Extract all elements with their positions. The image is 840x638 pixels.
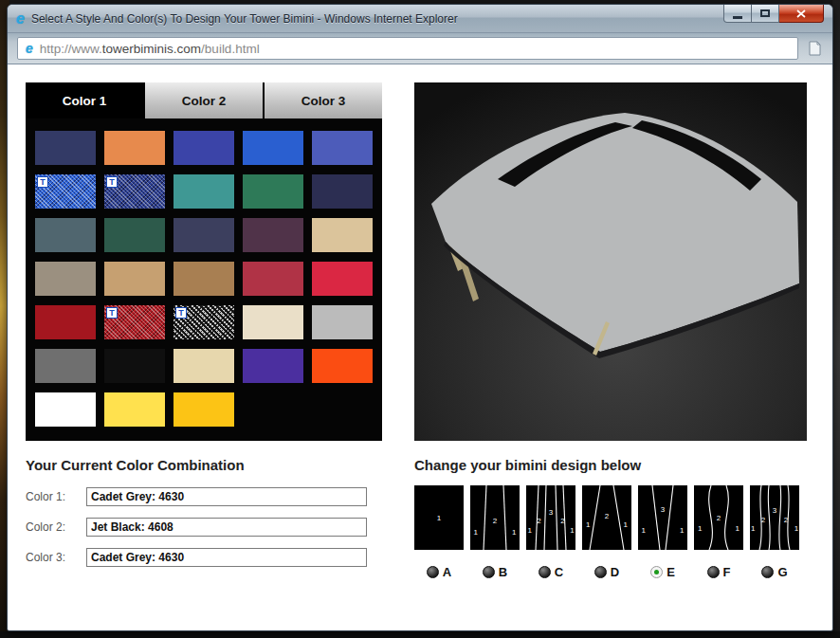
color-swatch[interactable]: T — [104, 305, 165, 339]
tab-color-1[interactable]: Color 1 — [26, 82, 145, 118]
design-number: 1 — [527, 527, 531, 535]
design-thumb-d[interactable]: 121 — [582, 485, 631, 550]
color-swatch[interactable] — [173, 131, 234, 165]
color-swatch[interactable] — [243, 174, 303, 209]
color-swatch[interactable] — [312, 174, 373, 209]
design-thumb-b[interactable]: 121 — [470, 485, 520, 550]
design-number: 3 — [773, 507, 776, 515]
combination-heading: Your Current Color Combination — [26, 457, 245, 473]
color-value-input-3[interactable] — [86, 548, 367, 567]
design-thumb-g[interactable]: 12321 — [750, 485, 799, 550]
radio-icon — [594, 566, 607, 578]
design-radio-label: G — [777, 565, 787, 579]
tab-color-3[interactable]: Color 3 — [265, 82, 382, 118]
design-radio-c[interactable]: C — [526, 565, 575, 579]
color-swatch[interactable] — [35, 262, 96, 296]
color-swatch[interactable] — [173, 262, 234, 296]
design-number: 1 — [512, 529, 516, 537]
title-bar: e Select A Style And Color(s) To Design … — [8, 5, 832, 32]
color-swatch[interactable] — [104, 392, 165, 427]
design-radio-g[interactable]: G — [750, 565, 799, 579]
maximize-icon — [760, 9, 770, 17]
color-swatch[interactable] — [312, 349, 373, 383]
design-number: 2 — [717, 515, 721, 522]
design-radio-d[interactable]: D — [582, 565, 631, 579]
color-swatch[interactable] — [35, 349, 96, 383]
color-swatch[interactable] — [35, 305, 96, 339]
design-thumb-e[interactable]: 131 — [638, 485, 687, 550]
close-icon — [796, 9, 806, 18]
design-radio-label: E — [667, 565, 675, 579]
compatibility-view-icon[interactable] — [806, 40, 823, 57]
bimini-preview-render — [414, 82, 807, 441]
color-swatch[interactable] — [312, 218, 373, 252]
tweed-badge: T — [106, 307, 118, 319]
color-swatch[interactable] — [104, 262, 165, 296]
color-swatch[interactable] — [312, 131, 373, 165]
radio-icon — [761, 566, 774, 578]
design-number: 2 — [537, 518, 540, 525]
color-field-label: Color 1: — [26, 490, 86, 503]
color-swatch[interactable] — [312, 305, 373, 339]
radio-selected-dot — [654, 570, 659, 574]
design-number: 1 — [586, 521, 590, 529]
design-radio-b[interactable]: B — [470, 565, 520, 579]
url-input[interactable]: e http://www.towerbiminis.com/build.html — [17, 37, 798, 60]
color-swatch[interactable] — [35, 392, 96, 427]
color-swatch[interactable] — [104, 349, 165, 383]
desktop-edge-right — [832, 0, 840, 638]
maximize-button[interactable] — [752, 5, 779, 23]
design-radio-f[interactable]: F — [694, 565, 743, 579]
color-value-input-2[interactable] — [86, 518, 367, 537]
design-number: 2 — [761, 517, 765, 524]
minimize-button[interactable] — [723, 5, 752, 23]
color-value-input-1[interactable] — [86, 487, 367, 506]
tweed-badge: T — [106, 176, 118, 188]
color-swatch[interactable] — [243, 131, 303, 165]
address-bar: e http://www.towerbiminis.com/build.html — [8, 32, 832, 64]
close-button[interactable] — [779, 5, 824, 23]
design-radio-e[interactable]: E — [638, 565, 687, 579]
window-title: Select A Style And Color(s) To Design Yo… — [31, 12, 458, 26]
design-number: 1 — [794, 525, 798, 533]
color-swatch[interactable]: T — [104, 174, 165, 209]
design-thumb-c[interactable]: 12321 — [526, 485, 575, 550]
color-swatch[interactable] — [173, 392, 234, 427]
color-swatch[interactable] — [312, 262, 373, 296]
color-field-label: Color 2: — [26, 520, 86, 534]
design-number: 2 — [493, 518, 497, 525]
design-number: 1 — [751, 525, 755, 533]
color-swatch[interactable] — [173, 349, 234, 383]
color-swatch[interactable] — [104, 131, 165, 165]
color-swatch[interactable] — [243, 218, 303, 252]
color-fields: Color 1:Color 2:Color 3: — [26, 487, 367, 578]
design-number: 1 — [473, 529, 477, 537]
bimini-preview-panel — [414, 82, 807, 441]
design-number: 3 — [661, 506, 665, 514]
design-radio-label: C — [555, 565, 563, 579]
color-swatch[interactable]: T — [173, 305, 234, 339]
color-swatch[interactable] — [243, 262, 303, 296]
color-swatch[interactable] — [35, 218, 96, 252]
radio-icon — [427, 566, 439, 578]
design-number: 2 — [605, 513, 609, 520]
tab-color-2[interactable]: Color 2 — [145, 82, 265, 118]
radio-selected-icon — [650, 566, 663, 578]
color-swatch[interactable] — [243, 305, 303, 339]
color-swatch[interactable] — [173, 174, 234, 209]
page-content: Color 1 Color 2 Color 3 TTTT — [8, 64, 832, 630]
design-thumb-a[interactable]: 1 — [414, 485, 464, 550]
color-swatch[interactable] — [104, 218, 165, 252]
color-field-row: Color 2: — [26, 518, 367, 537]
url-text: http://www.towerbiminis.com/build.html — [40, 42, 260, 56]
color-swatch[interactable] — [173, 218, 234, 252]
design-thumb-f[interactable]: 121 — [694, 485, 743, 550]
color-swatch[interactable] — [243, 349, 303, 383]
design-radio-a[interactable]: A — [414, 565, 464, 579]
design-radios: ABCDEFG — [414, 565, 799, 579]
color-swatch[interactable] — [35, 131, 96, 165]
color-field-row: Color 3: — [26, 548, 367, 567]
radio-icon — [539, 566, 551, 578]
color-swatch[interactable]: T — [35, 174, 96, 209]
design-number: 1 — [570, 527, 574, 535]
